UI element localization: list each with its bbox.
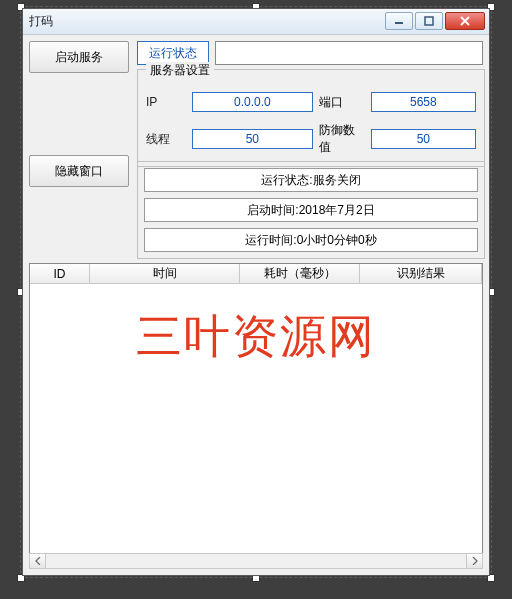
svg-rect-1 [425, 17, 433, 25]
status-line-running: 运行状态:服务关闭 [144, 168, 478, 192]
table-column-elapsed[interactable]: 耗时（毫秒） [240, 264, 360, 283]
status-input[interactable] [215, 41, 483, 65]
column-label: 识别结果 [397, 265, 445, 282]
port-label: 端口 [319, 94, 365, 111]
threads-input[interactable]: 50 [192, 129, 313, 149]
threads-label: 线程 [146, 131, 186, 148]
input-value: 50 [246, 132, 259, 146]
horizontal-scrollbar[interactable] [29, 553, 483, 569]
port-input[interactable]: 5658 [371, 92, 476, 112]
results-table: ID 时间 耗时（毫秒） 识别结果 三叶资源网 [29, 263, 483, 567]
column-label: 耗时（毫秒） [264, 265, 336, 282]
status-text: 运行时间:0小时0分钟0秒 [245, 232, 376, 249]
maximize-button[interactable] [415, 12, 443, 30]
button-label: 运行状态 [149, 45, 197, 62]
status-line-run-time: 运行时间:0小时0分钟0秒 [144, 228, 478, 252]
left-button-column: 启动服务 隐藏窗口 [29, 41, 129, 191]
table-column-time[interactable]: 时间 [90, 264, 240, 283]
scroll-left-button[interactable] [30, 554, 46, 568]
defense-input[interactable]: 50 [371, 129, 476, 149]
status-line-start-time: 启动时间:2018年7月2日 [144, 198, 478, 222]
close-button[interactable] [445, 12, 485, 30]
table-column-id[interactable]: ID [30, 264, 90, 283]
column-label: ID [54, 267, 66, 281]
window-title: 打码 [29, 13, 53, 30]
input-value: 5658 [410, 95, 437, 109]
hide-window-button[interactable]: 隐藏窗口 [29, 155, 129, 187]
button-label: 隐藏窗口 [55, 163, 103, 180]
ip-input[interactable]: 0.0.0.0 [192, 92, 313, 112]
status-box: 运行状态:服务关闭 启动时间:2018年7月2日 运行时间:0小时0分钟0秒 [137, 161, 485, 259]
titlebar: 打码 [23, 9, 489, 35]
input-value: 0.0.0.0 [234, 95, 271, 109]
chevron-left-icon [35, 557, 41, 565]
server-settings-group: 服务器设置 IP 0.0.0.0 端口 5658 线程 50 防御数值 50 [137, 69, 485, 167]
scroll-track[interactable] [46, 554, 466, 568]
table-column-result[interactable]: 识别结果 [360, 264, 482, 283]
defense-label: 防御数值 [319, 122, 365, 156]
column-label: 时间 [153, 265, 177, 282]
table-header: ID 时间 耗时（毫秒） 识别结果 [30, 264, 482, 284]
table-body: 三叶资源网 [30, 284, 482, 566]
status-text: 启动时间:2018年7月2日 [247, 202, 374, 219]
app-window: 打码 启动服务 隐藏窗口 [22, 8, 490, 576]
watermark-text: 三叶资源网 [136, 306, 376, 368]
scroll-right-button[interactable] [466, 554, 482, 568]
groupbox-title: 服务器设置 [146, 62, 214, 79]
start-service-button[interactable]: 启动服务 [29, 41, 129, 73]
button-label: 启动服务 [55, 49, 103, 66]
status-text: 运行状态:服务关闭 [261, 172, 360, 189]
ip-label: IP [146, 95, 186, 109]
minimize-button[interactable] [385, 12, 413, 30]
chevron-right-icon [472, 557, 478, 565]
design-canvas: 打码 启动服务 隐藏窗口 [0, 0, 512, 599]
input-value: 50 [417, 132, 430, 146]
